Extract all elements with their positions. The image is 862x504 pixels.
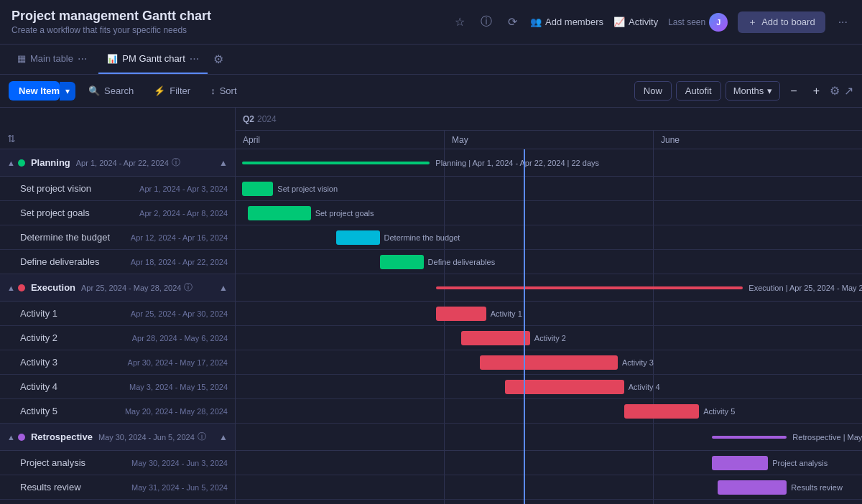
task-name: Set project goals (20, 207, 139, 218)
gantt-bar[interactable]: Set project goals (248, 206, 310, 220)
group-collapse-icon[interactable]: ▲ (219, 158, 228, 168)
group-bar[interactable]: Retrospective | May 30, 2024 - Jun 5, 20… (712, 436, 787, 439)
chevron-down-icon: ▾ (767, 85, 772, 96)
add-to-board-button[interactable]: ＋ Add to board (738, 11, 825, 33)
task-row: Set project vision Apr 1, 2024 - Apr 3, … (0, 177, 235, 201)
gantt-bar[interactable]: Results review (718, 480, 787, 495)
group-info-icon[interactable]: ⓘ (184, 281, 193, 294)
group-info-icon[interactable]: ⓘ (172, 157, 180, 169)
left-header: ⇅ (0, 108, 235, 149)
expand-icon[interactable]: ▲ (7, 159, 15, 167)
bar-label: Define deliverables (428, 258, 496, 266)
gantt-task-row: Set project goals (236, 201, 862, 225)
new-item-button[interactable]: New Item (9, 81, 60, 101)
group-info-icon[interactable]: ⓘ (198, 431, 206, 443)
tab-settings-icon[interactable]: ⚙ (213, 52, 223, 66)
gantt-container: ⇅ ▲ Planning Apr 1, 2024 - Apr 22, 2024 … (0, 108, 862, 504)
bar-label: Set project vision (277, 185, 338, 193)
pm-gantt-tab-menu[interactable]: ··· (190, 52, 199, 65)
task-row: Activity 3 Apr 30, 2024 - May 17, 2024 (0, 350, 235, 375)
task-row: Results review May 31, 2024 - Jun 5, 202… (0, 475, 235, 500)
task-dates: May 30, 2024 - Jun 3, 2024 (131, 459, 228, 467)
task-row: Activity 2 Apr 28, 2024 - May 6, 2024 (0, 326, 235, 350)
gantt-bar[interactable]: Activity 3 (480, 355, 618, 370)
table-icon: ▦ (17, 53, 26, 64)
history-button[interactable]: ⟳ (505, 12, 520, 32)
q2-label: Q2 (243, 114, 254, 124)
gantt-task-row: Project analysis (236, 451, 862, 475)
right-body: Planning | Apr 1, 2024 - Apr 22, 2024 | … (236, 149, 862, 504)
month-june: June (654, 131, 862, 149)
gantt-task-row: Activity 5 (236, 399, 862, 424)
group-collapse-icon[interactable]: ▲ (219, 432, 228, 442)
bar-label: Project analysis (772, 459, 828, 467)
group-bar[interactable]: Execution | Apr 25, 2024 - May 28, 2024 … (436, 286, 743, 289)
task-row: Define deliverables Apr 18, 2024 - Apr 2… (0, 250, 235, 274)
gantt-settings-button[interactable]: ⚙ (830, 84, 840, 98)
add-members-button[interactable]: 👥 Add members (530, 17, 603, 27)
now-button[interactable]: Now (634, 81, 672, 101)
info-button[interactable]: ⓘ (478, 11, 495, 32)
months-dropdown[interactable]: Months ▾ (726, 81, 781, 101)
group-bar[interactable]: Planning | Apr 1, 2024 - Apr 22, 2024 | … (242, 162, 430, 164)
gantt-task-row: Activity 4 (236, 375, 862, 399)
header-actions: ☆ ⓘ ⟳ 👥 Add members 📈 Activity Last seen… (452, 11, 851, 33)
gantt-bar[interactable]: Define deliverables (380, 255, 424, 269)
zoom-out-button[interactable]: − (784, 82, 802, 101)
month-may: May (445, 131, 654, 149)
collapse-all-icon[interactable]: ⇅ (7, 133, 16, 144)
task-row: Activity 1 Apr 25, 2024 - Apr 30, 2024 (0, 302, 235, 326)
autofit-button[interactable]: Autofit (676, 81, 721, 101)
task-row: Activity 4 May 3, 2024 - May 15, 2024 (0, 375, 235, 399)
avatar: J (709, 13, 728, 32)
tab-pm-gantt[interactable]: 📊 PM Gantt chart ··· (98, 45, 208, 74)
group-name: Retrospective (31, 431, 93, 442)
task-dates: May 20, 2024 - May 28, 2024 (125, 407, 228, 416)
task-dates: Apr 25, 2024 - Apr 30, 2024 (131, 309, 228, 318)
sort-button[interactable]: ↕ Sort (203, 82, 244, 100)
zoom-in-button[interactable]: + (807, 82, 825, 101)
task-name: Activity 5 (20, 406, 125, 416)
bar-label: Determine the budget (384, 233, 460, 242)
group-header-row[interactable]: ▲ Planning Apr 1, 2024 - Apr 22, 2024 ⓘ … (0, 149, 235, 177)
left-panel: ⇅ ▲ Planning Apr 1, 2024 - Apr 22, 2024 … (0, 108, 236, 504)
activity-button[interactable]: 📈 Activity (613, 17, 658, 27)
left-body: ▲ Planning Apr 1, 2024 - Apr 22, 2024 ⓘ … (0, 149, 235, 500)
task-name: Activity 3 (20, 357, 128, 368)
gantt-bar[interactable]: Activity 4 (505, 380, 624, 394)
gantt-bar[interactable]: Activity 1 (436, 307, 486, 321)
group-collapse-icon[interactable]: ▲ (219, 283, 228, 293)
tab-main-table[interactable]: ▦ Main table ··· (9, 45, 96, 74)
gantt-icon: 📊 (107, 54, 118, 64)
gantt-bar[interactable]: Determine the budget (336, 230, 380, 245)
gantt-bar[interactable]: Set project vision (242, 182, 274, 196)
task-dates: Apr 1, 2024 - Apr 3, 2024 (139, 185, 228, 193)
filter-button[interactable]: ⚡ Filter (147, 82, 198, 100)
group-header-row[interactable]: ▲ Retrospective May 30, 2024 - Jun 5, 20… (0, 424, 235, 451)
gantt-rows: Planning | Apr 1, 2024 - Apr 22, 2024 | … (236, 149, 862, 500)
star-button[interactable]: ☆ (452, 12, 468, 32)
gantt-bar[interactable]: Project analysis (712, 456, 768, 470)
bar-label: Results review (791, 483, 843, 492)
gantt-task-row: Set project vision (236, 177, 862, 201)
gantt-task-row: Activity 2 (236, 326, 862, 350)
new-item-btn-group: New Item ▾ (9, 81, 75, 101)
expand-icon[interactable]: ▲ (7, 284, 15, 292)
task-name: Project analysis (20, 457, 131, 468)
gantt-task-row: Activity 1 (236, 302, 862, 326)
expand-icon[interactable]: ▲ (7, 433, 15, 442)
more-options-button[interactable]: ··· (835, 13, 851, 32)
activity-icon: 📈 (613, 17, 625, 27)
gantt-bar[interactable]: Activity 2 (461, 331, 530, 345)
share-button[interactable]: ↗ (844, 84, 853, 98)
main-table-tab-menu[interactable]: ··· (78, 52, 87, 65)
bar-label: Activity 1 (491, 309, 522, 318)
task-dates: Apr 30, 2024 - May 17, 2024 (128, 358, 228, 367)
search-button[interactable]: 🔍 Search (81, 82, 141, 100)
task-row: Set project goals Apr 2, 2024 - Apr 8, 2… (0, 201, 235, 225)
tabbar: ▦ Main table ··· 📊 PM Gantt chart ··· ⚙ (0, 45, 862, 75)
new-item-dropdown[interactable]: ▾ (60, 82, 75, 101)
group-header-row[interactable]: ▲ Execution Apr 25, 2024 - May 28, 2024 … (0, 274, 235, 302)
gantt-bar[interactable]: Activity 5 (624, 404, 700, 419)
bar-label: Activity 5 (703, 407, 735, 416)
